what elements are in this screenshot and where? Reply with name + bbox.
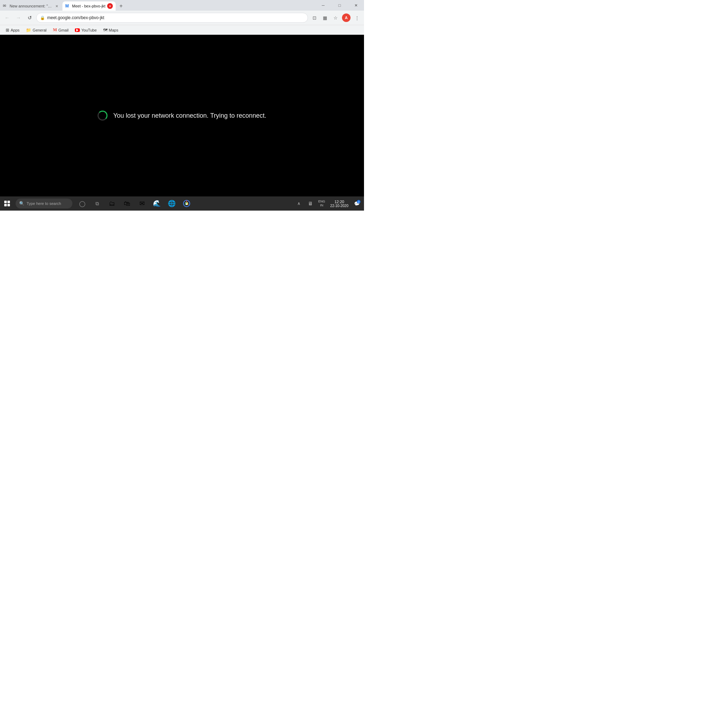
clock[interactable]: 12:20 22-10-2020 <box>328 200 350 208</box>
windows-logo-icon <box>4 201 10 206</box>
bookmarks-bar: ⊞ Apps 📁 General M Gmail YouTube 🗺 Maps <box>0 25 364 35</box>
loading-spinner <box>98 111 107 121</box>
toolbar: ← → ↺ 🔒 meet.google.com/bex-pbvo-jkt ⊡ ▦… <box>0 11 364 25</box>
taskbar-file-explorer[interactable]: 🗂 <box>105 196 119 211</box>
folder-icon: 📁 <box>26 27 31 33</box>
taskbar-mail[interactable]: ✉ <box>135 196 149 211</box>
reconnect-message: You lost your network connection. Trying… <box>113 112 266 119</box>
taskbar-store[interactable]: 🛍 <box>120 196 134 211</box>
show-hidden-icons[interactable]: ∧ <box>294 198 304 208</box>
tab-2[interactable]: M Meet - bex-pbvo-jkt ✕ <box>63 2 116 11</box>
tab1-title: New announcement: "Good afte... <box>9 4 52 8</box>
taskbar-right: ∧ 🖥 ENG IN 12:20 22-10-2020 💬 2 <box>292 196 364 211</box>
clock-time: 12:20 <box>335 200 344 204</box>
taskbar-ie[interactable]: 🌐 <box>165 196 179 211</box>
tab1-close[interactable]: ✕ <box>54 3 60 9</box>
more-menu-button[interactable]: ⋮ <box>352 13 362 23</box>
bookmark-general-label: General <box>33 28 46 32</box>
main-content: You lost your network connection. Trying… <box>0 35 364 196</box>
notification-button[interactable]: 💬 2 <box>352 198 362 208</box>
gmail-icon: M <box>53 27 57 33</box>
minimize-button[interactable]: ─ <box>315 0 331 11</box>
tab-1[interactable]: ✉ New announcement: "Good afte... ✕ <box>0 2 63 11</box>
bookmark-gmail-label: Gmail <box>58 28 69 32</box>
maximize-button[interactable]: □ <box>331 0 348 11</box>
taskbar-task-view[interactable]: ⧉ <box>90 196 104 211</box>
bookmark-maps[interactable]: 🗺 Maps <box>100 26 121 34</box>
lang-label[interactable]: ENG IN <box>317 198 327 208</box>
tab2-title: Meet - bex-pbvo-jkt <box>72 4 106 8</box>
new-tab-button[interactable]: + <box>116 2 125 11</box>
close-button[interactable]: ✕ <box>348 0 364 11</box>
maps-icon: 🗺 <box>103 27 107 33</box>
tab2-close[interactable]: ✕ <box>107 3 113 9</box>
taskbar-cortana[interactable]: ◯ <box>75 196 89 211</box>
bookmark-apps[interactable]: ⊞ Apps <box>3 26 22 34</box>
profile-button[interactable]: A <box>341 13 351 23</box>
tabs-area: ✉ New announcement: "Good afte... ✕ M Me… <box>0 0 315 11</box>
network-icon[interactable]: 🖥 <box>306 198 315 208</box>
taskbar: 🔍 Type here to search ◯ ⧉ 🗂 🛍 ✉ 🌊 🌐 ∧ 🖥 … <box>0 196 364 211</box>
bookmark-gmail[interactable]: M Gmail <box>50 26 71 34</box>
reconnect-container: You lost your network connection. Trying… <box>98 111 266 121</box>
taskbar-chrome[interactable] <box>179 196 194 211</box>
start-button[interactable] <box>0 196 14 211</box>
bookmark-general[interactable]: 📁 General <box>23 26 49 34</box>
tab2-favicon: M <box>65 3 70 9</box>
bookmark-maps-label: Maps <box>109 28 118 32</box>
bookmark-youtube-label: YouTube <box>81 28 96 32</box>
refresh-button[interactable]: ↺ <box>25 13 35 23</box>
address-bar[interactable]: 🔒 meet.google.com/bex-pbvo-jkt <box>36 13 308 23</box>
search-icon: 🔍 <box>19 201 24 206</box>
apps-grid-icon: ⊞ <box>6 27 9 33</box>
url-text: meet.google.com/bex-pbvo-jkt <box>47 15 304 20</box>
taskbar-search[interactable]: 🔍 Type here to search <box>15 198 72 208</box>
profile-avatar: A <box>342 14 350 22</box>
window-controls: ─ □ ✕ <box>315 0 364 11</box>
tab1-favicon: ✉ <box>3 3 8 9</box>
clock-date: 22-10-2020 <box>330 204 349 208</box>
bookmark-youtube[interactable]: YouTube <box>72 26 99 34</box>
toolbar-icons: ⊡ ▦ ☆ A ⋮ <box>309 13 362 23</box>
bookmark-apps-label: Apps <box>11 28 20 32</box>
forward-button[interactable]: → <box>14 13 23 23</box>
taskbar-edge[interactable]: 🌊 <box>150 196 164 211</box>
lock-icon: 🔒 <box>40 15 45 20</box>
search-placeholder: Type here to search <box>27 202 61 206</box>
youtube-icon <box>75 28 80 32</box>
taskbar-apps: ◯ ⧉ 🗂 🛍 ✉ 🌊 🌐 <box>75 196 194 211</box>
titlebar: ✉ New announcement: "Good afte... ✕ M Me… <box>0 0 364 11</box>
notification-badge: 2 <box>357 200 361 203</box>
media-icon[interactable]: ▦ <box>320 13 330 23</box>
back-button[interactable]: ← <box>2 13 12 23</box>
bookmark-star-icon[interactable]: ☆ <box>330 13 341 23</box>
cast-icon[interactable]: ⊡ <box>309 13 319 23</box>
